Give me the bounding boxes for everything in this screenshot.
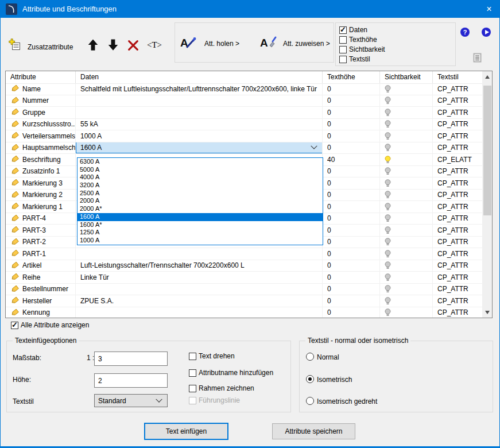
play-icon[interactable] [482, 28, 491, 37]
eyedropper-icon [183, 35, 197, 49]
toggle-textstil[interactable]: Textstil [339, 55, 370, 63]
delete-icon[interactable] [127, 39, 139, 52]
visibility-bulb-icon[interactable] [385, 167, 391, 175]
attribute-speichern-button[interactable]: Attribute speichern [272, 423, 355, 439]
rahmen-checkbox[interactable] [189, 385, 196, 392]
table-row[interactable]: PART-1 0 CP_ATTR [6, 248, 482, 260]
move-down-icon[interactable] [107, 38, 119, 51]
isometrisch-gedreht-radio[interactable] [306, 397, 314, 405]
column-header[interactable]: Daten [76, 71, 323, 83]
attribute-name: Verteilersammels... [22, 132, 76, 140]
dropdown-option[interactable]: 2500 A [77, 190, 323, 198]
table-row[interactable]: Artikel Luft-Leistungsschalter/Trennscha… [6, 260, 482, 272]
texthoehe-value: 0 [327, 285, 331, 293]
visibility-bulb-icon[interactable] [385, 109, 391, 117]
table-row[interactable]: Reihe Linke Tür 0 CP_ATTR [6, 272, 482, 284]
toggle-sichtbarkeit[interactable]: Sichtbarkeit [339, 45, 385, 53]
visibility-bulb-icon[interactable] [385, 308, 391, 316]
visibility-bulb-icon[interactable] [385, 179, 391, 187]
scrollbar-thumb[interactable] [483, 86, 491, 215]
daten-checkbox[interactable] [339, 26, 347, 34]
table-row[interactable]: Verteilersammels... 1000 A 0 CP_ATTR [6, 130, 482, 142]
massstab-input[interactable]: 3 [94, 352, 168, 366]
vertical-scrollbar[interactable] [482, 71, 492, 318]
isometrisch-radio[interactable] [306, 375, 314, 383]
isometrisch-gedreht-label[interactable]: Isometrisch gedreht [317, 397, 377, 405]
table-row[interactable]: Nummer 0 CP_ATTR [6, 95, 482, 107]
alle-attribute-checkbox[interactable] [11, 322, 18, 329]
table-row[interactable]: Kennung 0 CP_ATTR [6, 307, 482, 318]
isometrisch-label[interactable]: Isometrisch [317, 376, 352, 384]
dropdown-option[interactable]: 6300 A [77, 158, 323, 166]
visibility-bulb-icon[interactable] [385, 261, 391, 269]
dropdown-option[interactable]: 4000 A [77, 173, 323, 181]
normal-label[interactable]: Normal [317, 353, 339, 361]
daten-combobox[interactable]: 1600 A [76, 142, 323, 154]
textstil-combobox[interactable]: Standard [94, 394, 168, 407]
table-row[interactable]: Kurzschlussstro... 55 kA 0 CP_ATTR [6, 119, 482, 131]
list-form-icon[interactable] [473, 53, 482, 63]
dropdown-option[interactable]: 2000 A* [77, 205, 323, 213]
dropdown-option[interactable]: 5000 A [77, 166, 323, 174]
attributname-checkbox[interactable] [189, 369, 196, 377]
attribute-name: Zusatzinfo 1 [22, 167, 60, 175]
visibility-bulb-icon[interactable] [385, 226, 391, 234]
visibility-bulb-icon[interactable] [385, 238, 391, 246]
help-icon[interactable]: ? [460, 28, 470, 37]
toggle-daten[interactable]: Daten [339, 26, 367, 34]
group-title: Textstil - normal oder isometrisch [305, 337, 410, 345]
attribute-tag-icon [10, 132, 19, 140]
attributname-row[interactable]: Attributname hinzufügen [189, 369, 273, 377]
sichtbarkeit-checkbox[interactable] [339, 46, 347, 53]
dropdown-option[interactable]: 2000 A [77, 197, 323, 205]
visibility-bulb-icon[interactable] [385, 273, 391, 281]
column-header[interactable]: Texthöhe [323, 71, 380, 83]
table-row[interactable]: Bestellnummer 0 CP_ATTR [6, 284, 482, 296]
visibility-bulb-icon[interactable] [385, 203, 391, 211]
dropdown-option[interactable]: 1600 A* [77, 221, 323, 229]
move-up-icon[interactable] [87, 38, 99, 51]
visibility-bulb-icon[interactable] [385, 85, 391, 93]
dropdown-option[interactable]: 1600 A [77, 213, 323, 221]
table-row[interactable]: Gruppe 0 CP_ATTR [6, 107, 482, 119]
dropdown-option[interactable]: 1000 A [77, 237, 323, 245]
column-header[interactable]: Textstil [433, 71, 482, 83]
column-header[interactable]: Sichtbarkeit [380, 71, 433, 83]
visibility-bulb-icon[interactable] [385, 214, 391, 222]
hoehe-input[interactable]: 2 [94, 373, 168, 388]
visibility-bulb-icon[interactable] [385, 297, 391, 305]
visibility-bulb-icon[interactable] [385, 120, 391, 128]
table-row[interactable]: Name Schaltfeld mit Luftleistungsschalte… [6, 83, 482, 95]
text-einfuegen-button[interactable]: Text einfügen [144, 423, 228, 440]
normal-radio[interactable] [306, 353, 314, 361]
add-attribute-icon[interactable] [9, 38, 21, 51]
dropdown-option[interactable]: 1250 A [77, 229, 323, 237]
visibility-bulb-icon[interactable] [385, 191, 391, 199]
visibility-bulb-icon[interactable] [385, 285, 391, 293]
scroll-down-icon[interactable] [482, 307, 492, 318]
scroll-up-icon[interactable] [482, 71, 492, 82]
attribute-tag-icon [10, 97, 19, 105]
visibility-bulb-icon[interactable] [385, 156, 391, 164]
text-tag-button[interactable]: <T> [147, 40, 162, 50]
attribute-value: Schaltfeld mit Luftleistungsschalter/Luf… [80, 85, 317, 93]
texthoehe-checkbox[interactable] [339, 36, 347, 44]
table-row[interactable]: Hersteller ZPUE S.A. 0 CP_ATTR [6, 295, 482, 307]
alle-attribute-row[interactable]: Alle Attribute anzeigen [11, 321, 89, 329]
text-drehen-checkbox[interactable] [189, 353, 196, 360]
visibility-bulb-icon[interactable] [385, 144, 391, 152]
zusatzattribute-button[interactable]: Zusatzattribute [28, 43, 73, 51]
att-zuweisen-button[interactable]: A Att. zuweisen > [260, 36, 330, 51]
text-drehen-row[interactable]: Text drehen [189, 352, 235, 360]
rahmen-row[interactable]: Rahmen zeichnen [189, 384, 254, 392]
textstil-checkbox[interactable] [339, 56, 347, 63]
toggle-texthoehe[interactable]: Texthöhe [339, 36, 377, 44]
column-header[interactable]: Attribute [6, 71, 76, 83]
dropdown-option[interactable]: 3200 A [77, 181, 323, 190]
visibility-bulb-icon[interactable] [385, 96, 391, 105]
visibility-bulb-icon[interactable] [385, 250, 391, 258]
close-button[interactable]: × [479, 1, 499, 18]
table-row[interactable]: Hauptsammelsch... 1600 A 0 CP_ATTR [6, 142, 482, 155]
att-holen-button[interactable]: A Att. holen > [180, 36, 239, 51]
visibility-bulb-icon[interactable] [385, 132, 391, 140]
